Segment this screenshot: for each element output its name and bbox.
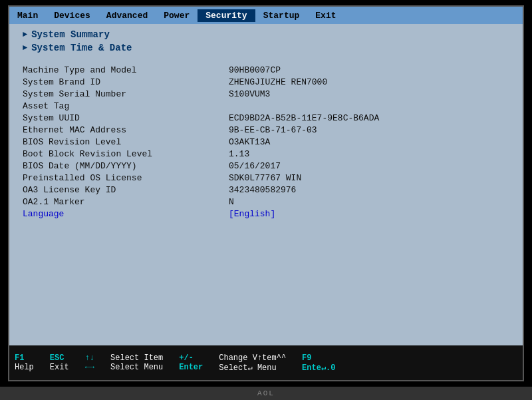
table-row: Language [English] [23, 209, 509, 219]
table-row: Ethernet MAC Address 9B-EE-CB-71-67-03 [23, 125, 509, 135]
select-section: Select Item Select Menu [110, 353, 163, 372]
change-section: Change V↑tem^^ Select↵ Menu [219, 353, 286, 373]
value-os-license: SDK0L77767 WIN [229, 173, 301, 183]
arrow-icon: ► [23, 30, 27, 39]
label-bios-date: BIOS Date (MM/DD/YYYY) [23, 161, 229, 171]
nav-power[interactable]: Power [156, 9, 198, 22]
esc-section: ESC Exit [50, 353, 69, 372]
value-oa3: 3423480582976 [229, 185, 296, 195]
esc-action: Exit [50, 363, 69, 372]
f9-key: F9 [302, 353, 335, 363]
value-bios-rev: O3AKT13A [229, 137, 270, 147]
menu-system-time-date[interactable]: ► System Time & Date [23, 43, 509, 53]
label-brand-id: System Brand ID [23, 77, 229, 87]
table-row: BIOS Date (MM/DD/YYYY) 05/16/2017 [23, 161, 509, 171]
f9-section: F9 Ente↵.0 [302, 353, 335, 373]
bottom-bar: F1 Help ESC Exit ↑↓ ←→ Select Item Selec… [9, 345, 523, 380]
arrows-ud: ↑↓ [85, 353, 94, 363]
label-asset-tag: Asset Tag [23, 101, 229, 111]
table-row: System UUID ECD9BD2A-B52B-11E7-9E8C-B6AD… [23, 113, 509, 123]
select-item-label: Select Item [110, 353, 163, 363]
f9-action: Ente↵.0 [302, 363, 335, 373]
menu-section: ► System Summary ► System Time & Date [23, 29, 509, 56]
nav-security[interactable]: Security [198, 9, 255, 22]
bios-screen: Main Devices Advanced Power Security Sta… [8, 5, 524, 381]
label-language[interactable]: Language [23, 209, 229, 219]
menu-system-summary-label: System Summary [31, 29, 110, 40]
plusminus-section: +/- Enter [179, 353, 203, 372]
label-bios-rev: BIOS Revision Level [23, 137, 229, 147]
label-boot-block: Boot Block Revision Level [23, 149, 229, 159]
plus-minus-key: +/- [179, 353, 203, 363]
value-uuid: ECD9BD2A-B52B-11E7-9E8C-B6ADA [229, 113, 379, 123]
table-row: OA3 License Key ID 3423480582976 [23, 185, 509, 195]
value-brand-id: ZHENGJIUZHE REN7000 [229, 77, 327, 87]
label-mac: Ethernet MAC Address [23, 125, 229, 135]
main-content: ► System Summary ► System Time & Date Ma… [9, 24, 523, 345]
info-table: Machine Type and Model 90HB0007CP System… [23, 65, 509, 219]
label-oa3: OA3 License Key ID [23, 185, 229, 195]
nav-startup[interactable]: Startup [255, 9, 308, 22]
value-bios-date: 05/16/2017 [229, 161, 281, 171]
label-machine-type: Machine Type and Model [23, 65, 229, 75]
f1-section: F1 Help [15, 353, 34, 372]
arrow-icon-2: ► [23, 43, 27, 53]
label-os-license: Preinstalled OS License [23, 173, 229, 183]
nav-devices[interactable]: Devices [46, 9, 98, 22]
table-row: Machine Type and Model 90HB0007CP [23, 65, 509, 75]
table-row: OA2.1 Marker N [23, 197, 509, 207]
esc-key: ESC [50, 353, 69, 363]
value-mac: 9B-EE-CB-71-67-03 [229, 125, 317, 135]
value-machine-type: 90HB0007CP [229, 65, 281, 75]
label-uuid: System UUID [23, 113, 229, 123]
arrows-section: ↑↓ ←→ [85, 353, 94, 372]
table-row: System Brand ID ZHENGJIUZHE REN7000 [23, 77, 509, 87]
value-language[interactable]: [English] [229, 209, 275, 219]
table-row: BIOS Revision Level O3AKT13A [23, 137, 509, 147]
top-nav: Main Devices Advanced Power Security Sta… [9, 7, 523, 24]
arrows-lr: ←→ [85, 363, 94, 372]
value-serial: S100VUM3 [229, 89, 270, 99]
enter-key: Enter [179, 363, 203, 372]
brand-bar: AOL [0, 387, 532, 400]
brand-label: AOL [257, 389, 275, 397]
nav-main[interactable]: Main [9, 9, 46, 22]
label-oa21: OA2.1 Marker [23, 197, 229, 207]
label-serial: System Serial Number [23, 89, 229, 99]
table-row: System Serial Number S100VUM3 [23, 89, 509, 99]
value-boot-block: 1.13 [229, 149, 249, 159]
menu-system-time-date-label: System Time & Date [31, 43, 132, 53]
outer-frame: Main Devices Advanced Power Security Sta… [0, 0, 532, 400]
menu-system-summary[interactable]: ► System Summary [23, 29, 509, 40]
table-row: Boot Block Revision Level 1.13 [23, 149, 509, 159]
change-vitem-label: Change V↑tem^^ [219, 353, 286, 363]
select-r-menu-label: Select↵ Menu [219, 363, 286, 373]
value-oa21: N [229, 197, 234, 207]
f1-key: F1 [15, 353, 34, 363]
select-menu-label: Select Menu [110, 363, 163, 372]
nav-exit[interactable]: Exit [307, 9, 344, 22]
nav-advanced[interactable]: Advanced [98, 9, 156, 22]
table-row: Preinstalled OS License SDK0L77767 WIN [23, 173, 509, 183]
table-row: Asset Tag [23, 101, 509, 111]
f1-action: Help [15, 363, 34, 372]
